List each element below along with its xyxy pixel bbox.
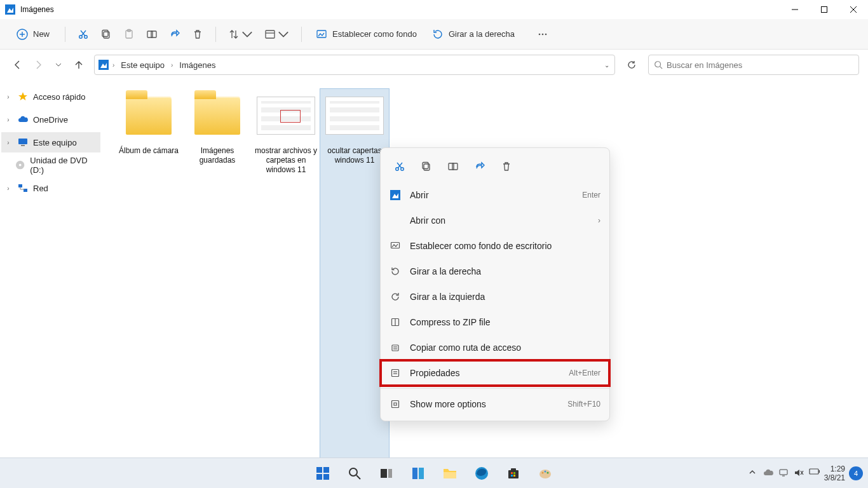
refresh-button[interactable] xyxy=(621,55,642,75)
close-button[interactable] xyxy=(839,0,868,19)
file-item[interactable]: mostrar archivos y carpetas en windows 1… xyxy=(252,89,320,464)
copy-button[interactable] xyxy=(414,156,439,177)
new-button[interactable]: New xyxy=(9,24,57,45)
maximize-button[interactable] xyxy=(810,0,839,19)
notification-button[interactable]: 4 xyxy=(849,466,863,480)
svg-line-28 xyxy=(660,67,663,69)
chevron-right-icon[interactable]: › xyxy=(4,93,13,100)
menu-item-rotate-right[interactable]: Girar a la derecha xyxy=(381,259,609,284)
clock[interactable]: 1:29 3/8/21 xyxy=(824,464,845,482)
rotate-right-button[interactable]: Girar a la derecha xyxy=(426,24,521,45)
item-label: Álbum de cámara xyxy=(119,146,179,156)
copy-button[interactable] xyxy=(96,24,116,45)
app-icon xyxy=(5,4,15,15)
delete-button[interactable] xyxy=(187,24,208,45)
history-dropdown-icon[interactable]: ⌄ xyxy=(604,62,609,69)
menu-item-properties[interactable]: Propiedades Alt+Enter xyxy=(381,360,609,386)
svg-rect-90 xyxy=(810,469,818,474)
menu-item-compress-zip[interactable]: Compress to ZIP file xyxy=(381,309,609,335)
item-label: mostrar archivos y carpetas en windows 1… xyxy=(252,146,320,175)
svg-rect-73 xyxy=(444,472,456,478)
star-icon xyxy=(18,92,28,102)
cut-button[interactable] xyxy=(73,24,93,45)
search-input[interactable] xyxy=(667,60,853,70)
search-button[interactable] xyxy=(341,461,369,486)
sort-button[interactable] xyxy=(224,24,257,45)
svg-rect-70 xyxy=(388,469,392,478)
more-options-icon xyxy=(390,398,401,410)
start-button[interactable] xyxy=(309,461,337,486)
paint-button[interactable] xyxy=(531,461,559,486)
onedrive-tray-icon[interactable] xyxy=(763,468,775,479)
paste-button[interactable] xyxy=(119,24,139,45)
rotate-right-icon xyxy=(390,266,401,277)
chevron-right-icon[interactable]: › xyxy=(4,116,13,123)
chevron-right-icon[interactable]: › xyxy=(4,185,13,192)
menu-item-open[interactable]: Abrir Enter xyxy=(381,182,609,208)
address-bar[interactable]: › Este equipo › Imágenes ⌄ xyxy=(94,55,615,75)
up-button[interactable] xyxy=(70,56,88,74)
breadcrumb-current[interactable]: Imágenes xyxy=(177,59,218,71)
menu-item-set-background[interactable]: Establecer como fondo de escritorio xyxy=(381,233,609,259)
back-button[interactable] xyxy=(9,56,27,74)
svg-rect-72 xyxy=(419,468,424,479)
image-thumbnail xyxy=(325,97,384,135)
pictures-library-icon xyxy=(98,60,109,70)
rotate-left-icon xyxy=(390,291,401,302)
volume-tray-icon[interactable] xyxy=(794,468,805,479)
chevron-right-icon: › xyxy=(598,216,600,225)
sidebar-item-dvd[interactable]: Unidad de DVD (D:) xyxy=(1,155,100,175)
task-view-button[interactable] xyxy=(372,461,400,486)
forward-button[interactable] xyxy=(29,56,47,74)
svg-rect-3 xyxy=(822,7,827,13)
menu-item-more-options[interactable]: Show more options Shift+F10 xyxy=(381,391,609,417)
rename-button[interactable] xyxy=(440,156,466,177)
more-button[interactable] xyxy=(532,24,553,45)
svg-rect-63 xyxy=(316,467,322,473)
file-item-selected[interactable]: ocultar capertas windows 11 xyxy=(320,89,389,464)
menu-item-open-with[interactable]: Abrir con › xyxy=(381,208,609,233)
search-icon xyxy=(654,60,663,69)
set-background-button[interactable]: Establecer como fondo xyxy=(309,24,423,45)
cut-button[interactable] xyxy=(387,156,412,177)
store-button[interactable] xyxy=(499,461,527,486)
sidebar-item-quick-access[interactable]: › Acceso rápido xyxy=(1,86,100,107)
share-button[interactable] xyxy=(165,24,185,45)
widgets-button[interactable] xyxy=(404,461,432,486)
sidebar-item-onedrive[interactable]: › OneDrive xyxy=(1,109,100,130)
context-menu: Abrir Enter Abrir con › Establecer como … xyxy=(380,147,610,421)
tray-chevron-icon[interactable] xyxy=(748,468,759,479)
svg-rect-34 xyxy=(18,184,22,187)
rotate-right-label: Girar a la derecha xyxy=(449,29,515,39)
network-tray-icon[interactable] xyxy=(778,468,790,479)
sidebar-item-this-pc[interactable]: › Este equipo xyxy=(1,132,100,152)
svg-rect-49 xyxy=(392,345,398,351)
share-button[interactable] xyxy=(467,156,492,177)
folder-item[interactable]: Imágenes guardadas xyxy=(183,89,252,464)
sidebar-item-network[interactable]: › Red xyxy=(1,178,100,198)
chevron-right-icon: › xyxy=(111,62,116,69)
svg-rect-43 xyxy=(452,163,458,170)
minimize-button[interactable] xyxy=(780,0,810,19)
view-button[interactable] xyxy=(260,24,294,45)
folder-item[interactable]: Álbum de cámara xyxy=(114,89,183,464)
search-box[interactable] xyxy=(648,55,859,75)
item-label: ocultar capertas windows 11 xyxy=(320,146,389,165)
svg-rect-75 xyxy=(508,470,519,478)
file-explorer-button[interactable] xyxy=(436,461,464,486)
svg-point-23 xyxy=(542,33,544,35)
recent-dropdown[interactable] xyxy=(50,56,67,74)
chevron-right-icon[interactable]: › xyxy=(4,139,13,146)
navigation-row: › Este equipo › Imágenes ⌄ xyxy=(0,50,868,80)
svg-point-10 xyxy=(85,35,88,38)
menu-item-copy-path[interactable]: Copiar como ruta de acceso xyxy=(381,335,609,360)
edge-button[interactable] xyxy=(468,461,496,486)
svg-point-67 xyxy=(349,468,357,476)
battery-tray-icon[interactable] xyxy=(809,468,820,479)
sidebar-item-label: Unidad de DVD (D:) xyxy=(30,156,100,175)
delete-button[interactable] xyxy=(494,156,519,177)
menu-item-rotate-left[interactable]: Girar a la izquierda xyxy=(381,284,609,309)
rename-button[interactable] xyxy=(142,24,162,45)
svg-rect-69 xyxy=(381,469,387,478)
breadcrumb-root[interactable]: Este equipo xyxy=(118,59,167,71)
